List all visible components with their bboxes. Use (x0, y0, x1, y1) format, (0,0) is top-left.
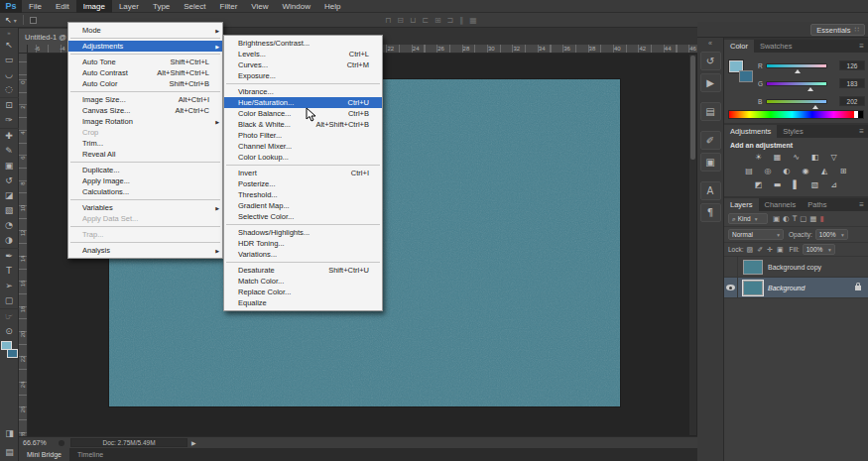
collapse-tools-icon[interactable]: » (7, 30, 10, 36)
menu-item[interactable]: Mode ▶ (68, 25, 222, 36)
layer-row[interactable]: Background (724, 278, 868, 298)
menubar-item[interactable]: File (22, 0, 49, 13)
menu-item[interactable]: Channel Mixer... ▶ (224, 141, 382, 152)
menu-item[interactable]: Image Rotation ▶ (68, 116, 222, 127)
smart-object-filter-icon[interactable]: ▦ (809, 214, 816, 223)
panel-menu-icon[interactable]: ≡ (859, 40, 868, 53)
align-right-icon[interactable]: ⊐ (447, 16, 454, 25)
gradient-tool[interactable]: ▧ (0, 202, 19, 217)
dodge-tool[interactable]: ◑ (0, 232, 19, 247)
menubar-item[interactable]: Layer (112, 0, 146, 13)
menubar-item[interactable]: Image (76, 0, 112, 13)
scrollbar-thumb[interactable] (690, 56, 695, 160)
vibrance-icon[interactable]: ▽ (826, 151, 841, 163)
crop-tool[interactable]: ⊡ (0, 97, 19, 112)
panel-tab[interactable]: Adjustments (724, 125, 777, 138)
panel-tab[interactable]: Swatches (754, 40, 799, 53)
menu-item[interactable]: Adjustments ▶ (68, 41, 222, 52)
channel-slider[interactable] (766, 63, 827, 68)
menubar-item[interactable]: Select (177, 0, 212, 13)
channel-value[interactable]: 126 (839, 60, 865, 70)
menu-item[interactable]: Image Size... Alt+Ctrl+I ▶ (68, 94, 222, 105)
bottom-tab[interactable]: Mini Bridge (19, 448, 69, 461)
blur-tool[interactable]: ◔ (0, 217, 19, 232)
layer-visibility-toggle[interactable] (724, 278, 738, 298)
menu-item[interactable]: ▶ (70, 242, 220, 243)
panel-tab[interactable]: Color (724, 40, 754, 53)
tool-preset-dropdown-icon[interactable]: ▾ (14, 17, 17, 24)
menu-item[interactable]: ▶ (226, 165, 380, 166)
marquee-tool[interactable]: ▭ (0, 52, 19, 66)
exposure-icon[interactable]: ◧ (807, 151, 822, 163)
panel-tab[interactable]: Styles (777, 125, 808, 138)
channel-value[interactable]: 183 (839, 78, 865, 88)
status-options-arrow-icon[interactable]: ▶ (191, 439, 196, 446)
distribute-icon[interactable]: ∥ (459, 16, 463, 25)
menu-item[interactable]: Variations... ▶ (224, 249, 382, 260)
menu-item[interactable]: ▶ (70, 54, 220, 55)
menu-item[interactable]: Invert Ctrl+I ▶ (224, 168, 382, 178)
clone-stamp-tool[interactable]: ▣ (0, 158, 19, 173)
menu-item[interactable]: Canvas Size... Alt+Ctrl+C ▶ (68, 105, 222, 116)
shape-tool[interactable]: ▢ (0, 292, 19, 307)
menu-item[interactable]: Calculations... ▶ (68, 186, 222, 197)
photo-filter-icon[interactable]: ◉ (799, 165, 813, 176)
align-vcenter-icon[interactable]: ⊟ (397, 16, 404, 25)
menu-item[interactable]: Trim... ▶ (68, 138, 222, 149)
menu-item[interactable]: Shadows/Highlights... ▶ (224, 227, 382, 238)
screen-mode-button[interactable]: ▤ (5, 447, 14, 457)
menu-item[interactable]: Desaturate Shift+Ctrl+U ▶ (224, 265, 382, 276)
align-bottom-icon[interactable]: ⊔ (410, 16, 416, 25)
fill-dropdown[interactable]: 100% ▾ (803, 244, 835, 255)
menu-item[interactable]: HDR Toning... ▶ (224, 238, 382, 249)
posterize-icon[interactable]: ▬ (770, 178, 785, 190)
brightness-contrast-icon[interactable]: ☀ (751, 151, 766, 163)
quick-selection-tool[interactable]: ◌ (0, 81, 19, 96)
paragraph-panel-icon[interactable]: ¶ (700, 203, 721, 222)
lasso-tool[interactable]: ◡ (0, 66, 19, 81)
color-spectrum-ramp[interactable] (728, 110, 864, 119)
brush-panel-icon[interactable]: ✐ (700, 131, 721, 150)
menu-item[interactable]: Posterize... ▶ (224, 178, 382, 189)
actions-panel-icon[interactable]: ▶ (700, 73, 721, 92)
menu-item[interactable]: Replace Color... ▶ (224, 287, 382, 297)
path-selection-tool[interactable]: ➢ (0, 278, 19, 292)
invert-icon[interactable]: ◩ (751, 178, 766, 190)
menu-item[interactable]: Analysis ▶ (68, 245, 222, 256)
menu-item[interactable]: ▶ (70, 199, 220, 200)
layer-visibility-toggle[interactable] (724, 257, 738, 278)
layer-thumbnail[interactable] (743, 260, 763, 275)
shape-filter-icon[interactable]: ▢ (800, 214, 806, 223)
quick-mask-button[interactable]: ◨ (5, 428, 14, 438)
menubar-item[interactable]: Window (276, 0, 317, 13)
menu-item[interactable]: Auto Tone Shift+Ctrl+L ▶ (68, 57, 222, 67)
vertical-scrollbar[interactable] (689, 55, 696, 435)
slider-thumb-icon[interactable] (807, 87, 813, 91)
hue-saturation-icon[interactable]: ▤ (742, 165, 757, 176)
menu-item[interactable]: Duplicate... ▶ (68, 165, 222, 175)
levels-icon[interactable]: ▦ (770, 151, 785, 163)
hand-tool[interactable]: ☞ (0, 308, 19, 323)
menu-item[interactable]: Auto Contrast Alt+Shift+Ctrl+L ▶ (68, 67, 222, 78)
menu-item[interactable]: Vibrance... ▶ (224, 86, 382, 97)
panel-tab[interactable]: Paths (802, 198, 832, 211)
menu-item[interactable]: Exposure... ▶ (224, 70, 382, 81)
background-color-swatch[interactable] (739, 70, 753, 82)
history-brush-tool[interactable]: ↺ (0, 173, 19, 187)
pen-tool[interactable]: ✒ (0, 248, 19, 263)
menu-item[interactable]: Hue/Saturation... Ctrl+U ▶ (224, 97, 382, 108)
gradient-map-icon[interactable]: ▧ (807, 178, 822, 190)
layer-name[interactable]: Background (768, 285, 805, 291)
menu-item[interactable]: Color Lookup... ▶ (224, 152, 382, 163)
bottom-tab[interactable]: Timeline (69, 448, 111, 461)
workspace-switcher[interactable]: Essentials ∷ (810, 24, 865, 36)
channel-value[interactable]: 202 (839, 96, 865, 106)
brush-tool[interactable]: ✎ (0, 143, 19, 158)
menu-item[interactable]: Equalize ▶ (224, 297, 382, 308)
adjustment-filter-icon[interactable]: ◐ (783, 214, 790, 223)
menu-item[interactable]: Apply Image... ▶ (68, 175, 222, 186)
align-left-icon[interactable]: ⊏ (422, 16, 429, 25)
menu-item[interactable]: ▶ (70, 38, 220, 39)
menu-item[interactable]: Reveal All ▶ (68, 149, 222, 160)
selective-color-icon[interactable]: ⊿ (826, 178, 841, 190)
